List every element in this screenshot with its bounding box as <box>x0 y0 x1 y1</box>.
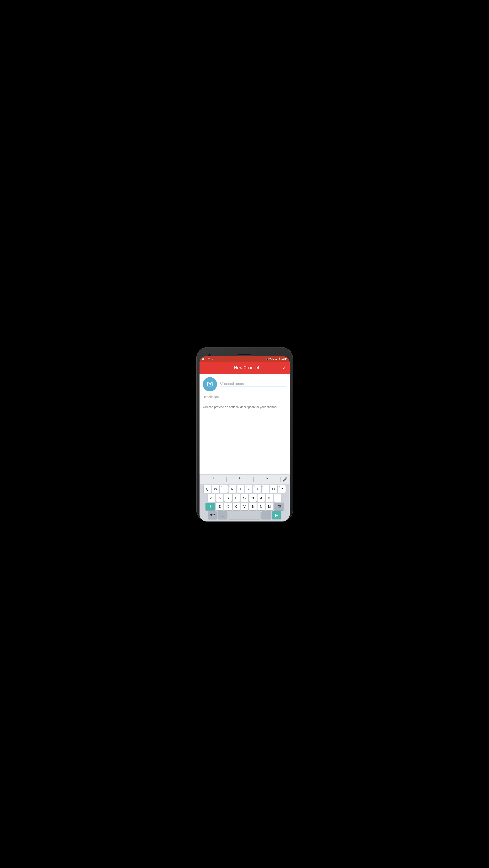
keyboard-suggestions: If At • • • Is 🎤 <box>200 475 289 484</box>
page-title: New Channel <box>210 365 283 370</box>
shift-key[interactable]: ⬆ <box>205 503 215 510</box>
key-n[interactable]: N <box>258 503 265 510</box>
download-icon: ⬇ <box>205 358 207 360</box>
wifi-icon: ▾ <box>269 358 271 360</box>
key-row-1: 1Q 2W 3E 4R 5T 6Y 7U 8I 9O 0P <box>200 485 289 493</box>
confirm-button[interactable]: ✓ <box>283 365 287 371</box>
image-icon: 🖼 <box>202 358 204 360</box>
key-z[interactable]: Z <box>216 503 223 510</box>
key-a[interactable]: A <box>208 494 215 502</box>
avatar-button[interactable] <box>203 377 217 392</box>
key-h[interactable]: H <box>249 494 257 502</box>
key-u[interactable]: 7U <box>253 485 261 493</box>
status-icons: 🖼 ⬇ 🔍 ↺ <box>202 358 214 360</box>
key-row-3: ⬆ Z X C V B N M ⌫ <box>200 503 289 510</box>
description-section: Description <box>203 395 287 401</box>
time-label: 19:14 <box>282 358 287 360</box>
camera-icon <box>207 381 213 388</box>
phone-camera <box>208 353 211 356</box>
key-p[interactable]: 0P <box>278 485 286 493</box>
key-d[interactable]: D <box>224 494 232 502</box>
key-x[interactable]: X <box>224 503 232 510</box>
key-t[interactable]: 5T <box>237 485 244 493</box>
comma-key[interactable]: , <box>218 512 227 519</box>
key-i[interactable]: 8I <box>262 485 269 493</box>
app-bar: ← New Channel ✓ <box>199 362 290 374</box>
back-button[interactable]: ← <box>203 365 207 370</box>
delete-key[interactable]: ⌫ <box>274 503 284 510</box>
key-l[interactable]: L <box>274 494 282 502</box>
key-v[interactable]: V <box>241 503 248 510</box>
enter-key[interactable]: ▶ <box>272 512 281 519</box>
num-switch-key[interactable]: ?123 <box>208 512 217 519</box>
refresh-icon: ↺ <box>212 358 214 360</box>
key-b[interactable]: B <box>249 503 257 510</box>
avatar-name-row <box>203 377 287 392</box>
network-label: 3G <box>271 358 274 360</box>
key-r[interactable]: 4R <box>229 485 236 493</box>
key-row-2: A S D F G H J K L <box>200 494 289 502</box>
key-j[interactable]: J <box>258 494 265 502</box>
key-w[interactable]: 2W <box>212 485 219 493</box>
suggestion-if[interactable]: If <box>200 475 227 484</box>
status-right: 📳 ▾ 3G ▲ 🔋 19:14 <box>266 358 287 360</box>
key-s[interactable]: S <box>216 494 223 502</box>
phone-frame: 🖼 ⬇ 🔍 ↺ 📳 ▾ 3G ▲ 🔋 19:14 ← New Channel ✓ <box>196 347 293 521</box>
mic-button[interactable]: 🎤 <box>281 475 289 484</box>
vibrate-icon: 📳 <box>266 358 269 360</box>
channel-name-input[interactable] <box>220 381 287 387</box>
key-q[interactable]: 1Q <box>204 485 211 493</box>
keyboard: If At • • • Is 🎤 1Q 2W 3E 4R 5T 6Y 7U 8I… <box>199 474 290 522</box>
key-f[interactable]: F <box>233 494 240 502</box>
signal-icon: ▲ <box>275 358 277 360</box>
key-g[interactable]: G <box>241 494 248 502</box>
phone-screen: 🖼 ⬇ 🔍 ↺ 📳 ▾ 3G ▲ 🔋 19:14 ← New Channel ✓ <box>199 356 290 522</box>
key-o[interactable]: 9O <box>270 485 277 493</box>
space-key[interactable] <box>228 512 260 519</box>
key-row-4: ?123 , . ▶ <box>200 512 289 519</box>
period-key[interactable]: . <box>261 512 271 519</box>
suggestion-at[interactable]: At • • • <box>227 475 254 484</box>
phone-speaker <box>238 354 252 355</box>
form-area: Description You can provide an optional … <box>199 374 290 474</box>
key-m[interactable]: M <box>266 503 273 510</box>
status-bar: 🖼 ⬇ 🔍 ↺ 📳 ▾ 3G ▲ 🔋 19:14 <box>199 356 290 362</box>
description-label: Description <box>203 395 287 399</box>
key-e[interactable]: 3E <box>220 485 228 493</box>
suggestion-is[interactable]: Is <box>254 475 281 484</box>
description-hint: You can provide an optional description … <box>203 405 287 409</box>
key-k[interactable]: K <box>266 494 273 502</box>
key-y[interactable]: 6Y <box>245 485 253 493</box>
search-icon: 🔍 <box>208 358 210 360</box>
key-c[interactable]: C <box>233 503 240 510</box>
battery-icon: 🔋 <box>278 358 281 360</box>
